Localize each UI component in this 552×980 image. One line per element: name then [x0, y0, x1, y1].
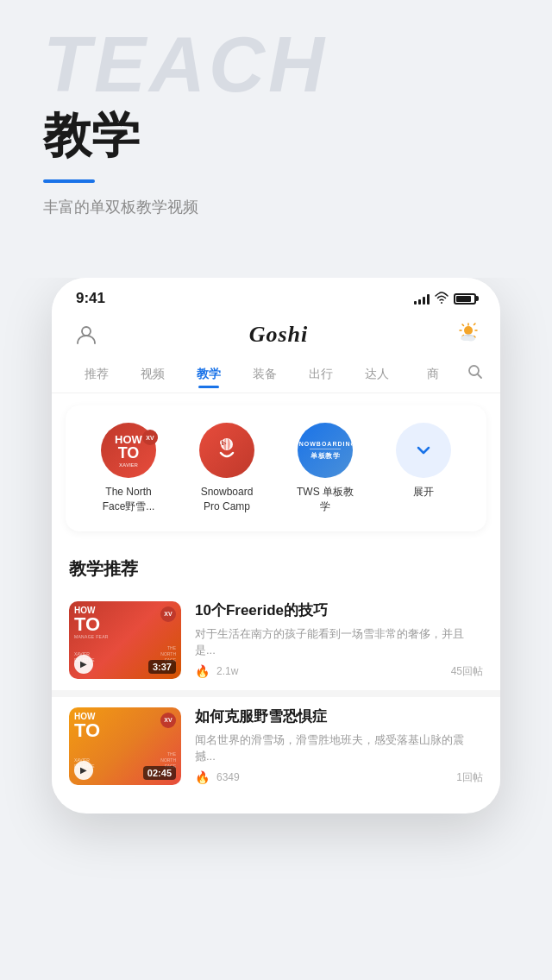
weather-icon[interactable] — [457, 321, 480, 349]
view-count-1: 2.1w — [216, 665, 238, 677]
video-info-2: 如何克服野雪恐惧症 闻名世界的滑雪场，滑雪胜地班夫，感受落基山脉的震撼... 🔥… — [195, 707, 483, 785]
tab-recommend[interactable]: 推荐 — [69, 361, 125, 387]
video-title-1: 10个Freeride的技巧 — [195, 601, 483, 620]
svg-point-2 — [464, 326, 473, 335]
video-title-2: 如何克服野雪恐惧症 — [195, 707, 483, 726]
video-thumb-1: HOW TO MANAGE FEAR XV XAVIERDELERUE THEN… — [69, 601, 181, 679]
svg-point-0 — [441, 302, 442, 304]
north-face-label: The NorthFace野雪... — [103, 485, 155, 514]
categories-row: HOW TO XAVIER XV The NorthFace野雪... — [79, 423, 473, 514]
hero-underline — [43, 179, 95, 183]
tab-gear[interactable]: 装备 — [237, 361, 293, 387]
tab-shop[interactable]: 商 — [405, 361, 461, 387]
video-meta-1: 🔥 2.1w 45回帖 — [195, 664, 483, 679]
expand-label: 展开 — [413, 485, 434, 499]
category-north-face[interactable]: HOW TO XAVIER XV The NorthFace野雪... — [79, 423, 178, 514]
video-thumb-2: HOW TO XV XAVIERDELERUE THENORTHFACE ▶ 0… — [69, 707, 181, 785]
nav-tabs: 推荐 视频 教学 装备 出行 达人 商 — [52, 355, 500, 393]
app-header: Goshi — [52, 314, 500, 355]
tab-travel[interactable]: 出行 — [292, 361, 348, 387]
reply-count-2: 1回帖 — [456, 770, 483, 785]
recommended-title: 教学推荐 — [52, 543, 500, 591]
hero-section: TEACH 教学 丰富的单双板教学视频 — [0, 0, 552, 278]
video-meta-2: 🔥 6349 1回帖 — [195, 770, 483, 785]
hero-zh-title: 教学 — [43, 104, 509, 169]
battery-icon — [454, 293, 476, 305]
hero-en-title: TEACH — [43, 26, 328, 104]
status-bar: 9:41 — [52, 278, 500, 314]
categories-section: HOW TO XAVIER XV The NorthFace野雪... — [66, 405, 486, 531]
fire-icon-2: 🔥 — [195, 770, 210, 784]
signal-icon — [414, 292, 430, 305]
category-snowboard[interactable]: ⛷ SnowboardPro Camp — [178, 423, 276, 514]
expand-arrow — [396, 423, 451, 478]
view-count-2: 6349 — [216, 771, 240, 783]
status-icons — [414, 292, 476, 306]
snowboard-label: SnowboardPro Camp — [201, 485, 254, 514]
video-desc-2: 闻名世界的滑雪场，滑雪胜地班夫，感受落基山脉的震撼... — [195, 732, 483, 765]
video-card-2[interactable]: HOW TO XV XAVIERDELERUE THENORTHFACE ▶ 0… — [52, 697, 500, 795]
video-duration-2: 02:45 — [143, 766, 176, 780]
tws-icon: SNOWboarding 单板教学 — [298, 423, 353, 478]
tws-label: TWS 单板教学 — [297, 485, 354, 514]
video-duration-1: 3:37 — [148, 660, 176, 674]
tab-master[interactable]: 达人 — [348, 361, 405, 387]
category-tws[interactable]: SNOWboarding 单板教学 TWS 单板教学 — [276, 423, 374, 514]
tab-video[interactable]: 视频 — [125, 361, 181, 387]
phone-mockup: 9:41 — [52, 278, 500, 814]
video-desc-1: 对于生活在南方的孩子能看到一场雪非常的奢侈，并且是... — [195, 625, 483, 659]
app-logo: Goshi — [249, 322, 309, 348]
fire-icon-1: 🔥 — [195, 664, 210, 678]
status-time: 9:41 — [76, 290, 105, 307]
video-card-1[interactable]: HOW TO MANAGE FEAR XV XAVIERDELERUE THEN… — [52, 591, 500, 689]
hero-subtitle: 丰富的单双板教学视频 — [43, 197, 509, 217]
svg-point-1 — [82, 327, 91, 336]
svg-text:⛷: ⛷ — [221, 440, 227, 446]
search-icon[interactable] — [461, 359, 483, 389]
tab-teach[interactable]: 教学 — [181, 361, 237, 387]
reply-count-1: 45回帖 — [451, 664, 483, 679]
play-button-2[interactable]: ▶ — [74, 761, 93, 780]
avatar-icon[interactable] — [72, 321, 100, 349]
svg-point-5 — [467, 336, 475, 342]
play-button-1[interactable]: ▶ — [74, 655, 93, 674]
category-expand[interactable]: 展开 — [374, 423, 473, 499]
video-info-1: 10个Freeride的技巧 对于生活在南方的孩子能看到一场雪非常的奢侈，并且是… — [195, 601, 483, 679]
svg-point-6 — [469, 366, 479, 375]
snowboard-icon: ⛷ — [199, 423, 254, 478]
card-divider — [52, 690, 500, 697]
phone-wrapper: 9:41 — [0, 278, 552, 814]
wifi-icon — [435, 292, 448, 306]
